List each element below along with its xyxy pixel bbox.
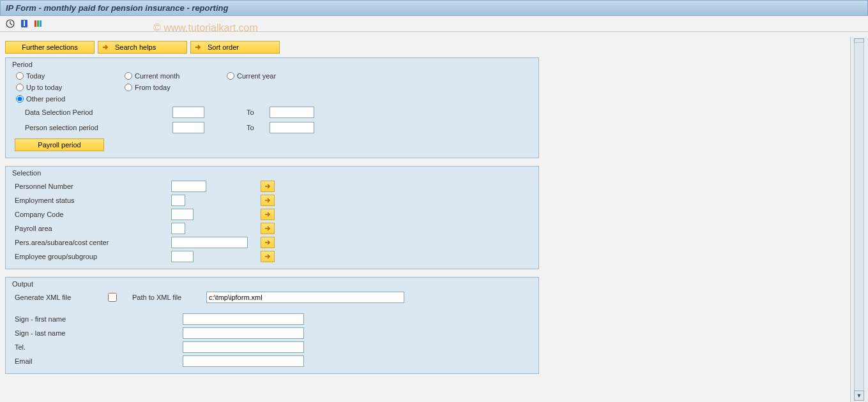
- further-selections-button[interactable]: Further selections: [5, 41, 95, 54]
- company-code-label: Company Code: [15, 211, 171, 218]
- sign-last-input[interactable]: [183, 327, 304, 339]
- employment-status-label: Employment status: [15, 197, 171, 204]
- to-label: To: [247, 108, 266, 116]
- radio-label: Up to today: [26, 84, 62, 91]
- window-title: IP Form - monthly paid for pension insur…: [0, 0, 868, 16]
- radio-label: Current month: [135, 72, 179, 80]
- multi-select-button[interactable]: [261, 181, 275, 192]
- multi-select-button[interactable]: [261, 195, 275, 206]
- radio-label: Other period: [26, 95, 65, 103]
- radio-label: From today: [135, 84, 171, 91]
- to-label: To: [247, 124, 266, 131]
- email-row: Email: [15, 355, 532, 367]
- data-selection-period-row: Data Selection Period To: [25, 107, 532, 118]
- email-label: Email: [15, 357, 179, 365]
- selection-group: Selection Personnel Number Employment st…: [5, 166, 539, 269]
- radio-other-period[interactable]: Other period: [16, 95, 125, 103]
- person-selection-period-row: Person selection period To: [25, 122, 532, 133]
- scroll-down-icon[interactable]: ▼: [854, 391, 864, 401]
- employment-status-input[interactable]: [171, 195, 185, 206]
- sign-last-row: Sign - last name: [15, 327, 532, 339]
- search-helps-button[interactable]: Search helps: [98, 41, 187, 54]
- company-code-input[interactable]: [171, 209, 194, 220]
- personnel-number-input[interactable]: [171, 181, 206, 192]
- period-radio-grid: Today Current month Current year Up to t…: [16, 72, 532, 103]
- selection-title: Selection: [12, 169, 532, 177]
- person-selection-from[interactable]: [172, 122, 204, 133]
- svg-rect-6: [40, 20, 42, 27]
- person-selection-to[interactable]: [270, 122, 314, 133]
- data-selection-period-label: Data Selection Period: [25, 108, 169, 116]
- color-bars-icon[interactable]: [33, 19, 43, 29]
- period-group: Period Today Current month Current year …: [5, 57, 539, 158]
- svg-rect-2: [24, 22, 25, 26]
- generate-xml-label: Generate XML file: [15, 294, 104, 301]
- sign-first-row: Sign - first name: [15, 313, 532, 325]
- svg-rect-3: [24, 20, 25, 22]
- output-title: Output: [12, 280, 532, 288]
- pers-area-input[interactable]: [171, 237, 248, 248]
- period-title: Period: [12, 61, 532, 68]
- content-area: Further selections Search helps Sort ord…: [0, 37, 849, 402]
- sign-first-label: Sign - first name: [15, 315, 179, 323]
- multi-select-button[interactable]: [261, 223, 275, 234]
- path-xml-input[interactable]: [206, 292, 404, 303]
- data-selection-to[interactable]: [270, 107, 314, 118]
- scroll-track[interactable]: [854, 42, 864, 397]
- arrow-right-icon: [101, 43, 110, 52]
- sort-order-button[interactable]: Sort order: [190, 41, 280, 54]
- output-group: Output Generate XML file Path to XML fil…: [5, 277, 539, 374]
- tel-label: Tel.: [15, 343, 179, 351]
- sign-last-label: Sign - last name: [15, 329, 179, 337]
- sort-order-label: Sort order: [208, 43, 239, 52]
- company-code-row: Company Code: [15, 209, 532, 220]
- payroll-area-label: Payroll area: [15, 225, 171, 232]
- pers-area-row: Pers.area/subarea/cost center: [15, 237, 532, 248]
- generate-xml-checkbox[interactable]: [108, 293, 117, 302]
- radio-up-to-today[interactable]: Up to today: [16, 84, 125, 91]
- radio-current-month[interactable]: Current month: [125, 72, 227, 80]
- payroll-area-input[interactable]: [171, 223, 185, 234]
- radio-label: Today: [26, 72, 45, 80]
- multi-select-button[interactable]: [261, 209, 275, 220]
- search-helps-label: Search helps: [115, 43, 156, 52]
- svg-rect-5: [37, 20, 39, 27]
- employee-group-row: Employee group/subgroup: [15, 251, 532, 262]
- employee-group-input[interactable]: [171, 251, 194, 262]
- tel-input[interactable]: [183, 341, 304, 353]
- radio-label: Current year: [237, 72, 276, 80]
- path-xml-label: Path to XML file: [132, 294, 202, 301]
- multi-select-button[interactable]: [261, 237, 275, 248]
- email-input[interactable]: [183, 355, 304, 367]
- radio-from-today[interactable]: From today: [125, 84, 227, 91]
- payroll-area-row: Payroll area: [15, 223, 532, 234]
- sign-first-input[interactable]: [183, 313, 304, 325]
- arrow-right-icon: [194, 43, 202, 52]
- multi-select-button[interactable]: [261, 251, 275, 262]
- toolbar: [0, 16, 868, 32]
- vertical-scrollbar[interactable]: ▲ ▼: [850, 37, 868, 402]
- execute-icon[interactable]: [5, 19, 15, 29]
- radio-current-year[interactable]: Current year: [227, 72, 329, 80]
- generate-xml-row: Generate XML file Path to XML file: [15, 292, 532, 303]
- person-selection-period-label: Person selection period: [25, 124, 169, 131]
- employee-group-label: Employee group/subgroup: [15, 253, 171, 260]
- radio-today[interactable]: Today: [16, 72, 125, 80]
- personnel-number-label: Personnel Number: [15, 182, 171, 190]
- top-button-row: Further selections Search helps Sort ord…: [5, 41, 844, 54]
- info-icon[interactable]: [19, 19, 29, 29]
- employment-status-row: Employment status: [15, 195, 532, 206]
- personnel-number-row: Personnel Number: [15, 181, 532, 192]
- tel-row: Tel.: [15, 341, 532, 353]
- data-selection-from[interactable]: [172, 107, 204, 118]
- payroll-period-button[interactable]: Payroll period: [15, 138, 104, 151]
- pers-area-label: Pers.area/subarea/cost center: [15, 239, 171, 246]
- svg-rect-4: [34, 20, 36, 27]
